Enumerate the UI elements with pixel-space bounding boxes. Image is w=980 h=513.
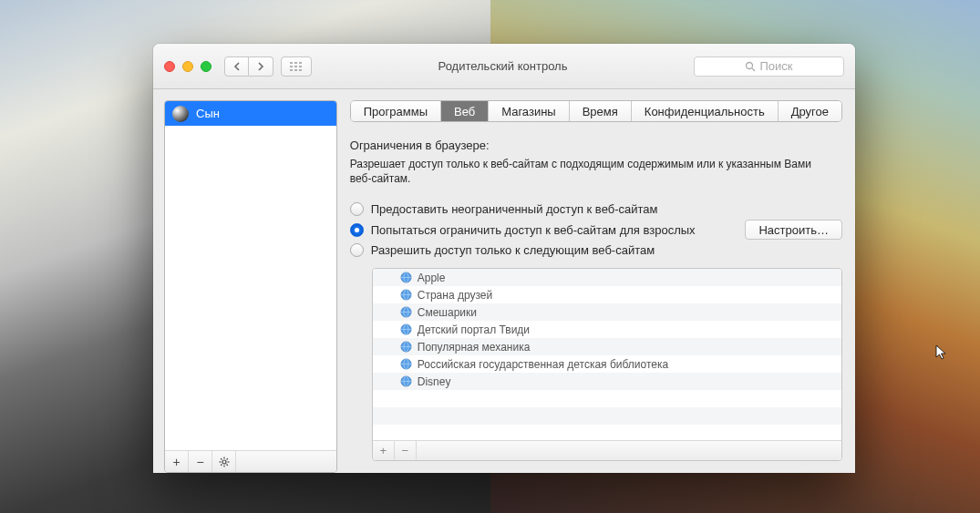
add-site-button[interactable]: + (373, 441, 395, 460)
site-item-empty (373, 425, 841, 440)
site-label: Российская государственная детская библи… (418, 358, 668, 371)
forward-button[interactable] (249, 56, 273, 77)
globe-icon (400, 375, 412, 387)
zoom-window-button[interactable] (201, 61, 211, 72)
svg-line-17 (226, 464, 227, 465)
traffic-lights (164, 61, 211, 72)
site-label: Страна друзей (418, 289, 492, 302)
remove-user-button[interactable]: − (189, 451, 212, 472)
site-item-empty (373, 407, 841, 425)
tab-1[interactable]: Веб (441, 101, 489, 121)
show-all-button[interactable] (281, 56, 312, 77)
sidebar-user-label: Сын (196, 107, 220, 120)
tab-0[interactable]: Программы (351, 101, 441, 121)
tab-5[interactable]: Другое (779, 101, 841, 121)
remove-site-button[interactable]: − (395, 441, 417, 460)
close-window-button[interactable] (164, 61, 175, 72)
search-input[interactable]: Поиск (694, 56, 844, 77)
window-body: Сын + − ПрограммыВебМагазиныВремяКонфиде… (153, 89, 855, 473)
svg-rect-3 (290, 66, 293, 67)
configure-button[interactable]: Настроить… (745, 220, 842, 240)
tab-2[interactable]: Магазины (489, 101, 570, 121)
site-item[interactable]: Disney (373, 373, 841, 390)
user-options-button[interactable] (212, 451, 236, 472)
web-access-radios: Предоставить неограниченный доступ к веб… (350, 199, 842, 261)
search-icon (745, 61, 756, 72)
svg-line-18 (226, 458, 227, 459)
svg-point-11 (222, 460, 226, 464)
back-button[interactable] (224, 56, 249, 77)
radio-label: Предоставить неограниченный доступ к веб… (371, 202, 658, 216)
section-title: Ограничения в браузере: (350, 139, 842, 152)
main-panel: ПрограммыВебМагазиныВремяКонфиденциально… (337, 89, 855, 473)
minimize-window-button[interactable] (182, 61, 193, 72)
radio-row-0[interactable]: Предоставить неограниченный доступ к веб… (350, 202, 842, 216)
site-label: Популярная механика (418, 341, 531, 354)
tab-3[interactable]: Время (570, 101, 632, 121)
svg-rect-0 (290, 62, 293, 64)
section-description: Разрешает доступ только к веб-сайтам с п… (350, 157, 824, 186)
site-item[interactable]: Российская государственная детская библи… (373, 355, 841, 373)
globe-icon (400, 272, 412, 283)
svg-rect-6 (290, 69, 293, 71)
search-placeholder: Поиск (759, 59, 792, 73)
site-item[interactable]: Страна друзей (373, 286, 841, 303)
site-label: Apple (418, 272, 446, 284)
site-item[interactable]: Детский портал Твиди (373, 321, 841, 338)
window-title: Родительский контроль (319, 59, 686, 73)
add-user-button[interactable]: + (165, 451, 189, 472)
radio-button[interactable] (350, 202, 364, 216)
svg-rect-4 (294, 66, 297, 67)
globe-icon (400, 323, 412, 335)
allowed-sites-list[interactable]: AppleСтрана друзейСмешарикиДетский порта… (373, 269, 841, 440)
site-label: Детский портал Твиди (418, 323, 530, 336)
radio-label: Попытаться ограничить доступ к веб-сайта… (371, 223, 696, 237)
site-label: Смешарики (418, 306, 477, 319)
avatar-icon (172, 106, 189, 122)
sidebar-footer: + − (165, 450, 336, 472)
globe-icon (400, 289, 412, 301)
site-item[interactable]: Смешарики (373, 303, 841, 321)
sidebar-user-row[interactable]: Сын (165, 101, 336, 126)
svg-line-16 (221, 458, 222, 459)
site-item-empty (373, 390, 841, 407)
tab-4[interactable]: Конфиденциальность (632, 101, 779, 121)
radio-button[interactable] (350, 243, 364, 257)
radio-label: Разрешить доступ только к следующим веб-… (371, 243, 655, 257)
svg-line-19 (221, 464, 222, 465)
gear-icon (219, 457, 230, 467)
site-label: Disney (418, 375, 451, 388)
radio-row-2[interactable]: Разрешить доступ только к следующим веб-… (350, 243, 842, 257)
svg-rect-2 (299, 62, 302, 64)
globe-icon (400, 306, 412, 318)
svg-point-9 (747, 62, 753, 68)
globe-icon (400, 341, 412, 353)
sites-footer: + − (373, 440, 841, 460)
preferences-window: Родительский контроль Поиск Сын + − Прог… (153, 44, 855, 473)
svg-rect-5 (299, 66, 302, 67)
svg-rect-1 (294, 62, 297, 64)
globe-icon (400, 358, 412, 370)
radio-button[interactable] (350, 223, 364, 237)
user-sidebar: Сын + − (164, 100, 337, 473)
svg-line-10 (752, 68, 755, 71)
site-item[interactable]: Популярная механика (373, 338, 841, 355)
radio-row-1[interactable]: Попытаться ограничить доступ к веб-сайта… (350, 220, 842, 240)
nav-back-forward (224, 56, 312, 77)
site-item[interactable]: Apple (373, 269, 841, 286)
settings-tabs: ПрограммыВебМагазиныВремяКонфиденциально… (350, 100, 842, 122)
svg-rect-8 (299, 69, 302, 71)
titlebar: Родительский контроль Поиск (153, 44, 855, 89)
svg-rect-7 (294, 69, 297, 71)
allowed-sites-box: AppleСтрана друзейСмешарикиДетский порта… (372, 268, 842, 461)
